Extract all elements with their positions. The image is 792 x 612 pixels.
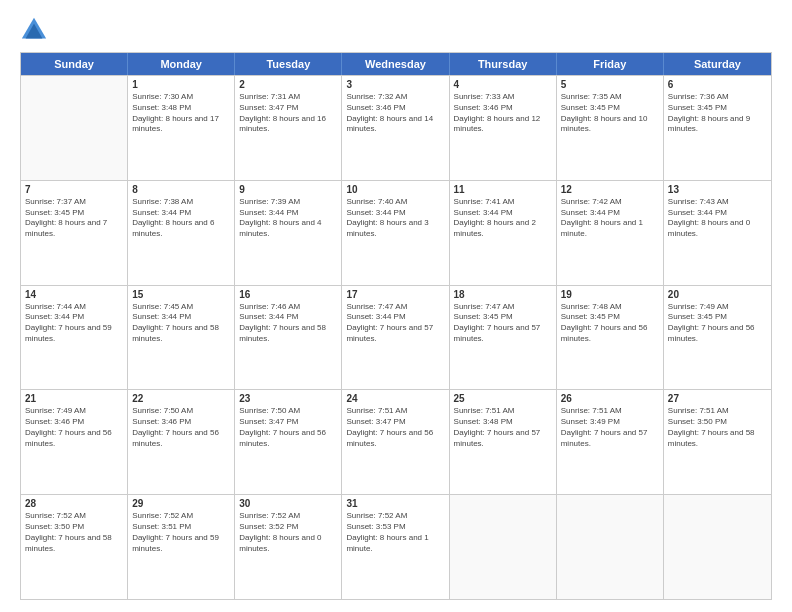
cell-details: Sunrise: 7:46 AM Sunset: 3:44 PM Dayligh… [239,302,337,345]
calendar-row-4: 28Sunrise: 7:52 AM Sunset: 3:50 PM Dayli… [21,494,771,599]
day-number: 6 [668,79,767,90]
cell-details: Sunrise: 7:51 AM Sunset: 3:49 PM Dayligh… [561,406,659,449]
calendar-row-0: 1Sunrise: 7:30 AM Sunset: 3:48 PM Daylig… [21,75,771,180]
day-number: 5 [561,79,659,90]
calendar-cell: 24Sunrise: 7:51 AM Sunset: 3:47 PM Dayli… [342,390,449,494]
day-number: 25 [454,393,552,404]
day-number: 8 [132,184,230,195]
cell-details: Sunrise: 7:33 AM Sunset: 3:46 PM Dayligh… [454,92,552,135]
calendar-cell: 30Sunrise: 7:52 AM Sunset: 3:52 PM Dayli… [235,495,342,599]
cell-details: Sunrise: 7:43 AM Sunset: 3:44 PM Dayligh… [668,197,767,240]
day-number: 14 [25,289,123,300]
cell-details: Sunrise: 7:49 AM Sunset: 3:45 PM Dayligh… [668,302,767,345]
calendar-cell: 16Sunrise: 7:46 AM Sunset: 3:44 PM Dayli… [235,286,342,390]
calendar-cell: 1Sunrise: 7:30 AM Sunset: 3:48 PM Daylig… [128,76,235,180]
day-number: 4 [454,79,552,90]
calendar-cell: 8Sunrise: 7:38 AM Sunset: 3:44 PM Daylig… [128,181,235,285]
day-number: 10 [346,184,444,195]
calendar-cell: 12Sunrise: 7:42 AM Sunset: 3:44 PM Dayli… [557,181,664,285]
calendar-cell: 5Sunrise: 7:35 AM Sunset: 3:45 PM Daylig… [557,76,664,180]
day-number: 28 [25,498,123,509]
day-number: 23 [239,393,337,404]
calendar-cell: 6Sunrise: 7:36 AM Sunset: 3:45 PM Daylig… [664,76,771,180]
cell-details: Sunrise: 7:36 AM Sunset: 3:45 PM Dayligh… [668,92,767,135]
cell-details: Sunrise: 7:52 AM Sunset: 3:53 PM Dayligh… [346,511,444,554]
day-number: 24 [346,393,444,404]
cell-details: Sunrise: 7:52 AM Sunset: 3:50 PM Dayligh… [25,511,123,554]
header-cell-thursday: Thursday [450,53,557,75]
day-number: 30 [239,498,337,509]
cell-details: Sunrise: 7:51 AM Sunset: 3:48 PM Dayligh… [454,406,552,449]
day-number: 7 [25,184,123,195]
day-number: 29 [132,498,230,509]
calendar-cell: 3Sunrise: 7:32 AM Sunset: 3:46 PM Daylig… [342,76,449,180]
cell-details: Sunrise: 7:44 AM Sunset: 3:44 PM Dayligh… [25,302,123,345]
header-cell-friday: Friday [557,53,664,75]
calendar-cell: 22Sunrise: 7:50 AM Sunset: 3:46 PM Dayli… [128,390,235,494]
calendar-header: SundayMondayTuesdayWednesdayThursdayFrid… [21,53,771,75]
header-cell-saturday: Saturday [664,53,771,75]
calendar-cell [21,76,128,180]
day-number: 2 [239,79,337,90]
day-number: 19 [561,289,659,300]
header [20,16,772,44]
day-number: 31 [346,498,444,509]
cell-details: Sunrise: 7:45 AM Sunset: 3:44 PM Dayligh… [132,302,230,345]
cell-details: Sunrise: 7:47 AM Sunset: 3:45 PM Dayligh… [454,302,552,345]
page: SundayMondayTuesdayWednesdayThursdayFrid… [0,0,792,612]
header-cell-sunday: Sunday [21,53,128,75]
day-number: 26 [561,393,659,404]
calendar-cell: 17Sunrise: 7:47 AM Sunset: 3:44 PM Dayli… [342,286,449,390]
day-number: 15 [132,289,230,300]
day-number: 20 [668,289,767,300]
day-number: 17 [346,289,444,300]
calendar-cell: 19Sunrise: 7:48 AM Sunset: 3:45 PM Dayli… [557,286,664,390]
calendar-cell: 25Sunrise: 7:51 AM Sunset: 3:48 PM Dayli… [450,390,557,494]
calendar-row-2: 14Sunrise: 7:44 AM Sunset: 3:44 PM Dayli… [21,285,771,390]
calendar-row-1: 7Sunrise: 7:37 AM Sunset: 3:45 PM Daylig… [21,180,771,285]
calendar-cell: 20Sunrise: 7:49 AM Sunset: 3:45 PM Dayli… [664,286,771,390]
header-cell-wednesday: Wednesday [342,53,449,75]
calendar-cell: 4Sunrise: 7:33 AM Sunset: 3:46 PM Daylig… [450,76,557,180]
cell-details: Sunrise: 7:42 AM Sunset: 3:44 PM Dayligh… [561,197,659,240]
cell-details: Sunrise: 7:40 AM Sunset: 3:44 PM Dayligh… [346,197,444,240]
cell-details: Sunrise: 7:50 AM Sunset: 3:47 PM Dayligh… [239,406,337,449]
calendar-cell: 31Sunrise: 7:52 AM Sunset: 3:53 PM Dayli… [342,495,449,599]
calendar-cell: 11Sunrise: 7:41 AM Sunset: 3:44 PM Dayli… [450,181,557,285]
cell-details: Sunrise: 7:51 AM Sunset: 3:50 PM Dayligh… [668,406,767,449]
calendar-cell: 26Sunrise: 7:51 AM Sunset: 3:49 PM Dayli… [557,390,664,494]
calendar-cell: 9Sunrise: 7:39 AM Sunset: 3:44 PM Daylig… [235,181,342,285]
cell-details: Sunrise: 7:41 AM Sunset: 3:44 PM Dayligh… [454,197,552,240]
calendar-cell: 2Sunrise: 7:31 AM Sunset: 3:47 PM Daylig… [235,76,342,180]
day-number: 11 [454,184,552,195]
calendar-cell [557,495,664,599]
cell-details: Sunrise: 7:38 AM Sunset: 3:44 PM Dayligh… [132,197,230,240]
day-number: 13 [668,184,767,195]
calendar-cell: 23Sunrise: 7:50 AM Sunset: 3:47 PM Dayli… [235,390,342,494]
day-number: 9 [239,184,337,195]
cell-details: Sunrise: 7:31 AM Sunset: 3:47 PM Dayligh… [239,92,337,135]
calendar-cell: 21Sunrise: 7:49 AM Sunset: 3:46 PM Dayli… [21,390,128,494]
calendar-cell: 28Sunrise: 7:52 AM Sunset: 3:50 PM Dayli… [21,495,128,599]
calendar-cell: 14Sunrise: 7:44 AM Sunset: 3:44 PM Dayli… [21,286,128,390]
cell-details: Sunrise: 7:35 AM Sunset: 3:45 PM Dayligh… [561,92,659,135]
day-number: 12 [561,184,659,195]
day-number: 21 [25,393,123,404]
cell-details: Sunrise: 7:39 AM Sunset: 3:44 PM Dayligh… [239,197,337,240]
calendar-cell [450,495,557,599]
day-number: 16 [239,289,337,300]
calendar-cell: 13Sunrise: 7:43 AM Sunset: 3:44 PM Dayli… [664,181,771,285]
calendar-row-3: 21Sunrise: 7:49 AM Sunset: 3:46 PM Dayli… [21,389,771,494]
calendar-cell: 18Sunrise: 7:47 AM Sunset: 3:45 PM Dayli… [450,286,557,390]
calendar-cell: 27Sunrise: 7:51 AM Sunset: 3:50 PM Dayli… [664,390,771,494]
day-number: 27 [668,393,767,404]
cell-details: Sunrise: 7:32 AM Sunset: 3:46 PM Dayligh… [346,92,444,135]
day-number: 18 [454,289,552,300]
day-number: 1 [132,79,230,90]
logo [20,16,52,44]
cell-details: Sunrise: 7:51 AM Sunset: 3:47 PM Dayligh… [346,406,444,449]
calendar-cell: 10Sunrise: 7:40 AM Sunset: 3:44 PM Dayli… [342,181,449,285]
day-number: 3 [346,79,444,90]
cell-details: Sunrise: 7:47 AM Sunset: 3:44 PM Dayligh… [346,302,444,345]
header-cell-tuesday: Tuesday [235,53,342,75]
